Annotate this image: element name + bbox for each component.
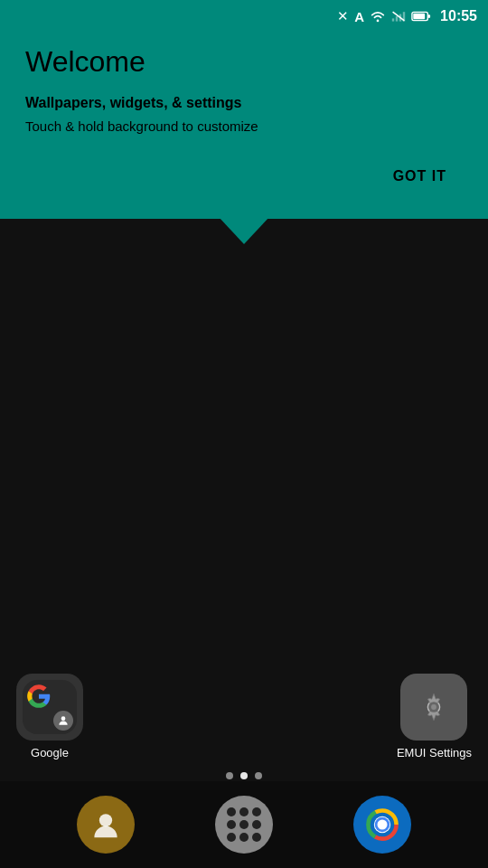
page-dot-2	[240, 772, 248, 779]
tooltip-body: Touch & hold background to customize	[25, 118, 463, 134]
contacts-dock-icon[interactable]	[77, 796, 135, 854]
emui-icon[interactable]	[400, 674, 467, 741]
svg-rect-1	[392, 18, 394, 21]
status-time: 10:55	[440, 8, 477, 24]
x-icon: ✕	[337, 8, 349, 24]
svg-rect-2	[396, 16, 398, 22]
page-dot-1	[226, 772, 233, 779]
chrome-icon	[362, 805, 402, 844]
svg-point-0	[377, 20, 380, 23]
signal-icon	[391, 10, 406, 23]
google-app[interactable]: Google	[16, 674, 83, 760]
wifi-icon	[370, 10, 386, 23]
a-icon: A	[354, 9, 364, 24]
svg-point-19	[378, 820, 388, 830]
google-icon[interactable]	[16, 674, 83, 741]
grid-dot	[252, 807, 261, 816]
emui-label: EMUI Settings	[397, 746, 472, 760]
tooltip-subtitle: Wallpapers, widgets, & settings	[25, 95, 463, 111]
grid-dot	[239, 820, 249, 829]
grid-dot	[227, 820, 236, 829]
grid-dot	[239, 833, 249, 842]
page-dot-3	[255, 772, 262, 779]
svg-point-12	[432, 704, 437, 710]
battery-icon	[411, 10, 431, 23]
grid-dots	[227, 807, 261, 842]
status-icons: ✕ A 10:55	[337, 8, 477, 24]
contacts-icon	[89, 807, 123, 842]
grid-dot	[227, 833, 236, 842]
svg-rect-8	[413, 14, 425, 19]
status-bar: ✕ A 10:55	[0, 0, 488, 33]
got-it-button[interactable]: GOT IT	[377, 159, 463, 193]
dock	[0, 781, 488, 868]
welcome-title: Welcome	[25, 45, 463, 79]
page-dots	[0, 772, 488, 779]
google-label: Google	[31, 746, 69, 760]
grid-dot	[239, 807, 249, 816]
emui-settings-app[interactable]: EMUI Settings	[397, 674, 472, 760]
apps-dock-icon[interactable]	[215, 796, 273, 854]
svg-point-9	[61, 716, 66, 721]
app-icons-row: Google EMUI Settings	[0, 674, 488, 760]
grid-dot	[227, 807, 236, 816]
grid-dot	[252, 820, 261, 829]
grid-dot	[252, 833, 261, 842]
svg-point-13	[99, 814, 112, 826]
tooltip-card: ✕ A 10:55	[0, 0, 488, 219]
chrome-dock-icon[interactable]	[353, 796, 411, 854]
tooltip-arrow	[219, 217, 269, 244]
svg-line-5	[393, 12, 405, 21]
svg-rect-7	[427, 14, 430, 18]
gear-svg	[414, 687, 454, 727]
